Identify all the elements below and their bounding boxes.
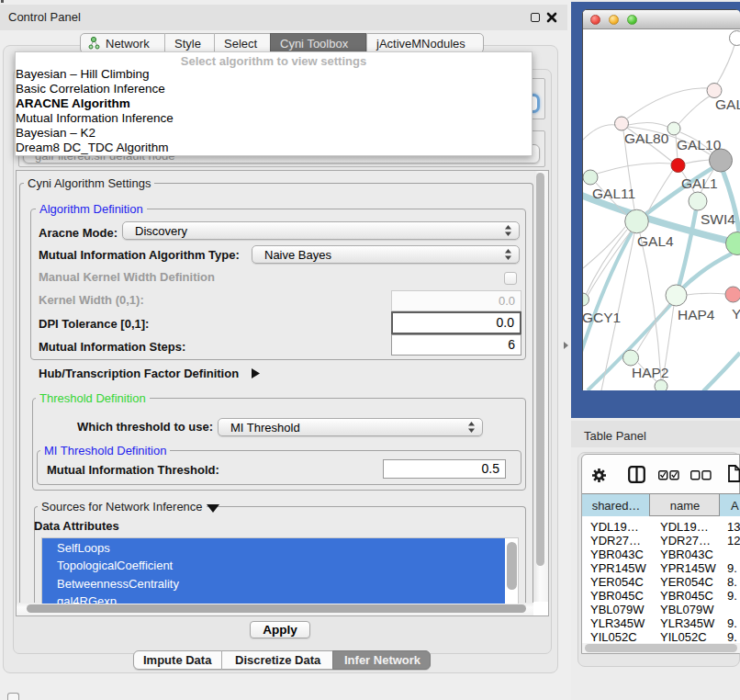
- svg-text:GAL1: GAL1: [681, 175, 718, 191]
- svg-text:GAL80: GAL80: [624, 130, 669, 146]
- svg-text:SWI4: SWI4: [701, 211, 735, 227]
- svg-text:Y: Y: [732, 306, 740, 322]
- svg-text:GAL: GAL: [715, 96, 740, 112]
- svg-text:GAL11: GAL11: [592, 186, 635, 201]
- svg-text:HAP4: HAP4: [678, 307, 715, 322]
- svg-text:GCY1: GCY1: [583, 310, 621, 325]
- svg-text:GAL4: GAL4: [637, 233, 674, 249]
- svg-text:GAL10: GAL10: [677, 137, 722, 152]
- svg-text:HAP2: HAP2: [632, 365, 669, 380]
